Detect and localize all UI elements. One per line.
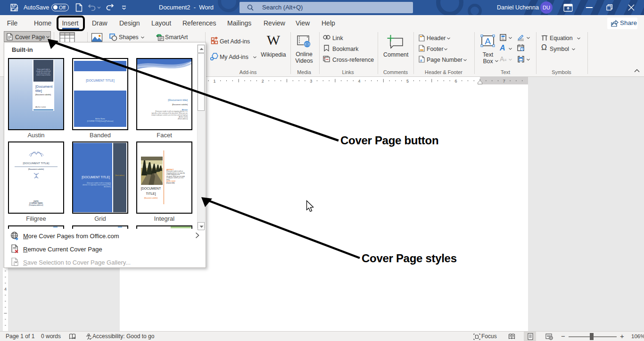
svg-text:A: A <box>485 36 491 46</box>
svg-text:4: 4 <box>358 79 361 83</box>
svg-text:7: 7 <box>503 79 505 83</box>
svg-text:2: 2 <box>262 79 264 83</box>
svg-text:5: 5 <box>406 79 409 83</box>
svg-text:#: # <box>420 58 422 63</box>
svg-text:3: 3 <box>310 79 312 83</box>
svg-text:1: 1 <box>213 79 215 83</box>
svg-text:4: 4 <box>4 287 7 291</box>
svg-text:6: 6 <box>454 79 457 83</box>
